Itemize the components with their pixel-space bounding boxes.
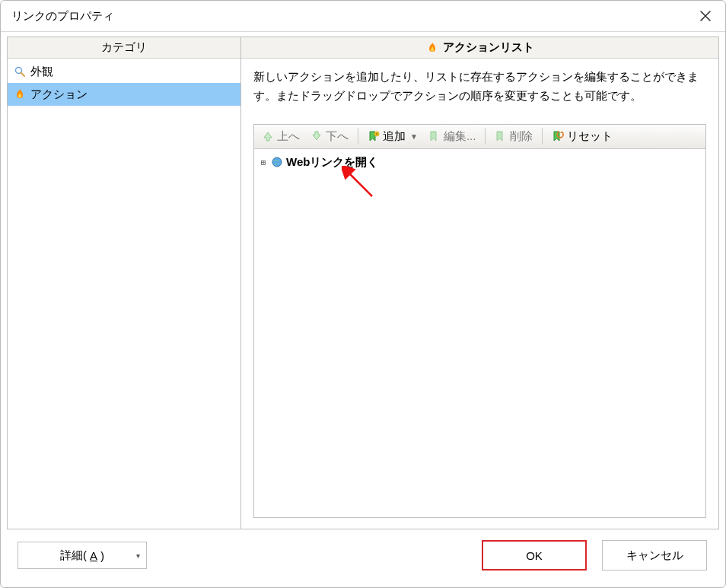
- svg-point-3: [272, 157, 282, 167]
- category-label: アクション: [30, 87, 88, 102]
- titlebar: リンクのプロパティ: [1, 1, 725, 31]
- action-list-description: 新しいアクションを追加したり、リストに存在するアクションを編集することができます…: [241, 59, 718, 113]
- details-accelerator: A: [90, 549, 97, 562]
- toolbar-down-button[interactable]: 下へ: [306, 128, 353, 145]
- close-icon[interactable]: [693, 4, 718, 28]
- toolbar-edit-label: 編集...: [444, 129, 476, 144]
- actions-inner-panel: 上へ 下へ 追加 ▼: [253, 124, 706, 519]
- toolbar-reset-button[interactable]: リセット: [547, 128, 617, 145]
- toolbar-separator: [542, 128, 543, 145]
- details-label-suffix: ): [100, 549, 104, 562]
- toolbar-separator: [358, 128, 358, 145]
- toolbar-separator: [485, 128, 486, 145]
- toolbar-add-label: 追加: [383, 129, 406, 144]
- toolbar-up-label: 上へ: [277, 129, 300, 144]
- toolbar-delete-button[interactable]: 削除: [490, 128, 537, 145]
- chevron-down-icon: ▼: [410, 132, 418, 141]
- details-dropdown[interactable]: 詳細(A) ▾: [18, 542, 147, 569]
- toolbar-edit-button[interactable]: 編集...: [424, 128, 481, 145]
- flame-icon: [14, 88, 26, 100]
- toolbar-add-button[interactable]: 追加 ▼: [363, 128, 422, 145]
- actions-list: ⊞ Webリンクを開く: [254, 149, 705, 518]
- ok-button-label: OK: [526, 549, 543, 562]
- arrow-up-icon: [262, 130, 274, 142]
- category-header: カテゴリ: [8, 37, 240, 59]
- cancel-button[interactable]: キャンセル: [602, 540, 707, 571]
- link-properties-dialog: リンクのプロパティ カテゴリ 外観 アクション: [0, 0, 726, 588]
- action-item-label: Webリンクを開く: [286, 155, 378, 170]
- category-label: 外観: [30, 65, 53, 79]
- ok-button[interactable]: OK: [482, 540, 587, 571]
- dialog-footer: 詳細(A) ▾ OK キャンセル: [1, 534, 725, 587]
- cancel-button-label: キャンセル: [626, 548, 683, 563]
- action-list-header: アクションリスト: [241, 37, 718, 59]
- dialog-body: カテゴリ 外観 アクション: [1, 31, 725, 534]
- toolbar-delete-label: 削除: [510, 129, 533, 144]
- dialog-title: リンクのプロパティ: [11, 9, 693, 24]
- chevron-down-icon: ▾: [136, 551, 140, 560]
- arrow-down-icon: [310, 130, 323, 142]
- bookmark-add-icon: [368, 130, 380, 142]
- tree-expand-icon[interactable]: ⊞: [259, 157, 268, 167]
- toolbar-down-label: 下へ: [326, 129, 349, 144]
- bookmark-reset-icon: [552, 130, 564, 142]
- details-label-prefix: 詳細(: [60, 548, 87, 563]
- category-item-appearance[interactable]: 外観: [8, 60, 240, 83]
- action-list-header-label: アクションリスト: [443, 40, 534, 55]
- category-list: 外観 アクション: [8, 59, 240, 529]
- svg-line-1: [21, 73, 25, 77]
- toolbar-reset-label: リセット: [567, 129, 613, 144]
- category-item-actions[interactable]: アクション: [8, 83, 240, 106]
- bookmark-edit-icon: [428, 130, 441, 142]
- actions-toolbar: 上へ 下へ 追加 ▼: [254, 125, 705, 149]
- action-list-pane: アクションリスト 新しいアクションを追加したり、リストに存在するアクションを編集…: [241, 37, 719, 529]
- globe-icon: [271, 156, 283, 168]
- bookmark-delete-icon: [495, 130, 507, 142]
- flame-icon: [426, 42, 438, 54]
- category-pane: カテゴリ 外観 アクション: [7, 37, 241, 529]
- magnifier-icon: [14, 65, 26, 78]
- toolbar-up-button[interactable]: 上へ: [257, 128, 304, 145]
- action-item[interactable]: ⊞ Webリンクを開く: [257, 154, 702, 171]
